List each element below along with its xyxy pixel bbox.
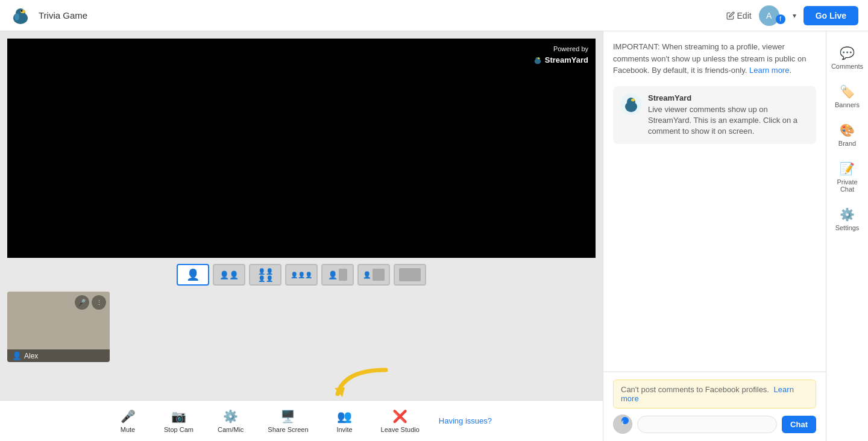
warning-message: IMPORTANT: When streaming to a profile, … — [613, 41, 816, 77]
header-left: Trivia Game — [10, 5, 87, 27]
layout-sidebar[interactable]: 👤 — [321, 264, 354, 286]
app-logo — [10, 5, 31, 27]
camera-icon: 📷 — [171, 409, 186, 424]
go-live-button[interactable]: Go Live — [804, 6, 858, 25]
settings-icon: ⚙️ — [223, 409, 238, 424]
edit-button[interactable]: Edit — [726, 11, 752, 20]
layout-single[interactable]: 👤 — [177, 264, 209, 286]
comments-label: Comments — [831, 63, 863, 70]
leave-icon: ❌ — [392, 409, 407, 424]
comment-text: Live viewer comments show up on StreamYa… — [648, 104, 809, 137]
warning-learn-more-link[interactable]: Learn more — [749, 66, 789, 75]
stop-cam-button[interactable]: 📷 Stop Cam — [152, 404, 206, 438]
layout-five[interactable]: 👤👤👤 — [285, 264, 318, 286]
app-title: Trivia Game — [39, 10, 87, 20]
chat-send-button[interactable]: Chat — [782, 416, 816, 433]
user-avatar: A — [759, 5, 779, 26]
layout-selector: 👤 👤👤 👤👤👤👤 👤👤👤 👤 � — [0, 258, 603, 292]
banners-label: Banners — [835, 101, 860, 108]
chat-input-area: Can't post comments to Facebook profiles… — [603, 372, 826, 441]
arrow-svg — [332, 367, 392, 400]
comment-avatar — [620, 93, 642, 115]
arrow-indicator — [0, 367, 603, 400]
svg-point-4 — [14, 13, 19, 20]
sidebar-item-brand[interactable]: 🎨 Brand — [829, 118, 866, 152]
svg-point-3 — [21, 10, 23, 11]
main-layout: Powered by StreamYard 👤 👤👤 — [0, 31, 868, 441]
participant-controls: 🎤 ⋮ — [75, 295, 106, 310]
leave-studio-button[interactable]: ❌ Leave Studio — [369, 404, 432, 438]
invite-icon: 👥 — [337, 409, 352, 424]
studio-area: Powered by StreamYard 👤 👤👤 — [0, 31, 603, 441]
comment-author: StreamYard — [648, 93, 809, 102]
chat-input-field[interactable] — [637, 416, 777, 433]
private-chat-icon: 📝 — [840, 161, 855, 176]
toolbar: 🎤 Mute 📷 Stop Cam ⚙️ Cam/Mic 🖥️ Share Sc… — [0, 400, 603, 441]
cam-mic-button[interactable]: ⚙️ Cam/Mic — [206, 404, 256, 438]
participant-name-bar: 👤 Alex — [7, 349, 110, 362]
invite-button[interactable]: 👥 Invite — [321, 404, 369, 438]
comment-item[interactable]: StreamYard Live viewer comments show up … — [613, 86, 816, 145]
comments-area: IMPORTANT: When streaming to a profile, … — [603, 31, 826, 372]
share-screen-button[interactable]: 🖥️ Share Screen — [256, 404, 320, 438]
comments-icon: 💬 — [840, 46, 855, 60]
layout-overlay[interactable]: 👤 — [357, 264, 390, 286]
sidebar-item-private-chat[interactable]: 📝 Private Chat — [829, 157, 866, 198]
cant-post-banner: Can't post comments to Facebook profiles… — [613, 380, 816, 408]
edit-label: Edit — [737, 11, 752, 20]
brand-icon: 🎨 — [840, 123, 855, 137]
account-dropdown-button[interactable]: ▾ — [793, 11, 796, 20]
participant-mic-button[interactable]: 🎤 — [75, 295, 89, 310]
mute-button[interactable]: 🎤 Mute — [104, 404, 152, 438]
chat-input-row: f Chat — [613, 414, 816, 434]
participant-more-button[interactable]: ⋮ — [92, 295, 106, 310]
mic-icon: 🎤 — [121, 409, 136, 424]
having-issues-link[interactable]: Having issues? — [432, 416, 499, 425]
layout-four[interactable]: 👤👤👤👤 — [249, 264, 281, 286]
header-right: Edit A f ▾ Go Live — [726, 5, 858, 26]
banners-icon: 🏷️ — [840, 84, 855, 99]
chat-user-avatar: f — [613, 414, 632, 434]
sidebar-item-comments[interactable]: 💬 Comments — [829, 41, 866, 75]
sidebar-item-settings[interactable]: ⚙️ Settings — [829, 202, 866, 236]
facebook-badge: f — [776, 14, 785, 24]
avatar-group: A f — [759, 5, 785, 26]
settings-icon: ⚙️ — [840, 207, 855, 222]
video-preview: Powered by StreamYard — [7, 39, 596, 258]
participants-area: 👤 Alex 🎤 ⋮ — [0, 292, 603, 367]
layout-two[interactable]: 👤👤 — [213, 264, 245, 286]
header: Trivia Game Edit A f ▾ Go Live — [0, 0, 868, 31]
svg-point-7 — [538, 58, 540, 60]
private-chat-label: Private Chat — [833, 178, 862, 193]
layout-fullscreen[interactable] — [394, 264, 426, 286]
monitor-icon: 🖥️ — [280, 409, 295, 424]
svg-point-12 — [631, 98, 635, 101]
powered-by-label: Powered by StreamYard — [533, 45, 588, 66]
settings-label: Settings — [835, 224, 860, 231]
brand-label: Brand — [838, 140, 856, 147]
streamyard-logo: StreamYard — [533, 55, 588, 66]
sidebar-item-banners[interactable]: 🏷️ Banners — [829, 80, 866, 113]
sidebar: 💬 Comments 🏷️ Banners 🎨 Brand 📝 Private … — [826, 31, 868, 441]
participant-card: 👤 Alex 🎤 ⋮ — [7, 292, 110, 362]
comment-content: StreamYard Live viewer comments show up … — [648, 93, 809, 137]
right-panel: IMPORTANT: When streaming to a profile, … — [603, 31, 826, 441]
